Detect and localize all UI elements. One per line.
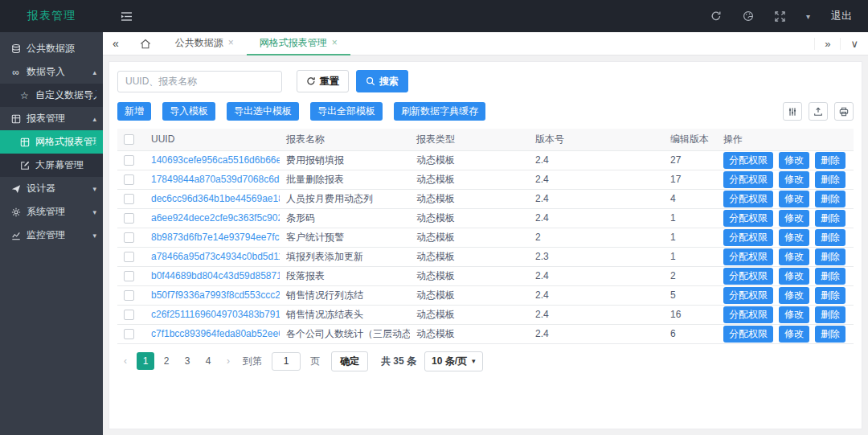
assign-permission-button[interactable]: 分配权限	[723, 326, 773, 343]
page-size-select[interactable]: 10 条/页 ▾	[424, 351, 483, 371]
column-filter-icon[interactable]	[783, 102, 802, 121]
search-input[interactable]	[117, 71, 282, 92]
select-all-checkbox[interactable]	[124, 134, 134, 145]
delete-button[interactable]: 删除	[815, 191, 845, 207]
goto-page-input[interactable]	[272, 352, 301, 371]
tab-label: 网格式报表管理	[260, 36, 327, 50]
page-button-3[interactable]: 3	[178, 352, 196, 370]
assign-permission-button[interactable]: 分配权限	[723, 152, 773, 169]
page-button-1[interactable]: 1	[137, 352, 154, 370]
assign-permission-button[interactable]: 分配权限	[723, 248, 773, 265]
delete-button[interactable]: 删除	[815, 229, 845, 246]
delete-button[interactable]: 删除	[815, 248, 845, 265]
row-checkbox[interactable]	[124, 271, 134, 281]
uuid-link[interactable]: b50f7f9336a7993f8cd553ccc22...	[151, 289, 280, 301]
row-checkbox[interactable]	[124, 310, 134, 320]
edit-button[interactable]: 修改	[779, 248, 809, 265]
row-checkbox[interactable]	[124, 155, 134, 166]
sidebar-item-report-management[interactable]: 报表管理 ▴	[0, 107, 103, 130]
fullscreen-icon[interactable]	[775, 11, 785, 22]
tabs-scroll-left-icon[interactable]: «	[103, 37, 129, 50]
export-all-button[interactable]: 导出全部模板	[310, 102, 383, 121]
edit-button[interactable]: 修改	[779, 306, 809, 323]
refresh-dict-cache-button[interactable]: 刷新数据字典缓存	[394, 102, 485, 121]
edit-button[interactable]: 修改	[779, 171, 809, 188]
edit-button[interactable]: 修改	[779, 268, 809, 285]
sidebar-item-monitor-management[interactable]: 监控管理 ▾	[0, 224, 103, 247]
row-checkbox[interactable]	[124, 213, 134, 224]
edit-button[interactable]: 修改	[779, 326, 809, 343]
logout-button[interactable]: 退出	[831, 9, 852, 23]
close-icon[interactable]: ×	[228, 37, 234, 48]
sidebar-item-designer[interactable]: 设计器 ▾	[0, 177, 103, 200]
user-menu-caret-icon[interactable]: ▾	[806, 12, 810, 21]
export-selected-button[interactable]: 导出选中模板	[227, 102, 299, 121]
assign-permission-button[interactable]: 分配权限	[723, 287, 773, 304]
reset-button[interactable]: 重置	[297, 70, 349, 92]
tabs-menu-icon[interactable]: ∨	[840, 38, 868, 50]
page-button-2[interactable]: 2	[158, 352, 175, 370]
row-checkbox[interactable]	[124, 290, 134, 301]
edit-button[interactable]: 修改	[779, 287, 809, 304]
edit-button[interactable]: 修改	[779, 191, 809, 207]
delete-button[interactable]: 删除	[815, 210, 845, 227]
sidebar-item-system-management[interactable]: 系统管理 ▾	[0, 200, 103, 224]
import-template-button[interactable]: 导入模板	[162, 102, 215, 121]
edit-version: 17	[664, 170, 717, 189]
assign-permission-button[interactable]: 分配权限	[723, 306, 773, 323]
home-icon[interactable]	[129, 39, 162, 49]
uuid-link[interactable]: c7f1bcc893964feda80ab52ee0...	[151, 328, 280, 339]
uuid-link[interactable]: 140693cefe956ca5516d6b66e2...	[151, 154, 280, 166]
delete-button[interactable]: 删除	[815, 268, 845, 285]
close-icon[interactable]: ×	[332, 37, 338, 48]
sidebar-item-custom-data-import[interactable]: ☆ 自定义数据导入	[0, 84, 103, 107]
assign-permission-button[interactable]: 分配权限	[723, 171, 773, 188]
edit-button[interactable]: 修改	[779, 210, 809, 227]
menu-fold-icon[interactable]	[121, 11, 133, 22]
uuid-link[interactable]: a6ee924dece2cfe9c363f5c902...	[151, 212, 280, 224]
uuid-link[interactable]: 17849844a870a539d7068c6d3...	[151, 174, 280, 185]
edit-button[interactable]: 修改	[779, 229, 809, 246]
edit-button[interactable]: 修改	[779, 152, 809, 169]
uuid-link[interactable]: b0f44689bd804c43d59d85871a...	[151, 270, 280, 281]
add-button[interactable]: 新增	[117, 102, 151, 121]
sidebar-item-public-datasource[interactable]: 公共数据源	[0, 37, 103, 60]
uuid-link[interactable]: a78466a95d73c4934c0bd5d11...	[151, 251, 280, 262]
col-edit-version: 编辑版本	[664, 129, 717, 150]
delete-button[interactable]: 删除	[815, 287, 845, 304]
assign-permission-button[interactable]: 分配权限	[723, 191, 773, 207]
delete-button[interactable]: 删除	[815, 152, 845, 169]
table-row: b50f7f9336a7993f8cd553ccc22... 销售情况行列冻结 …	[117, 285, 854, 305]
sidebar-item-data-import[interactable]: ∞ 数据导入 ▴	[0, 60, 103, 84]
report-type: 动态模板	[410, 305, 529, 324]
uuid-link[interactable]: 8b9873d6fb7e14e93794ee7fc1...	[151, 232, 280, 243]
confirm-page-button[interactable]: 确定	[331, 351, 368, 371]
sidebar-item-big-screen-management[interactable]: 大屏幕管理	[0, 154, 103, 177]
search-button[interactable]: 搜索	[356, 70, 408, 92]
row-checkbox[interactable]	[124, 232, 134, 243]
row-checkbox[interactable]	[124, 329, 134, 339]
page-button-4[interactable]: 4	[199, 352, 217, 370]
uuid-link[interactable]: dec6cc96d364b1be44569ae18...	[151, 193, 280, 204]
print-icon[interactable]	[834, 102, 854, 121]
tab-public-datasource[interactable]: 公共数据源 ×	[162, 32, 247, 55]
sidebar-item-grid-report-management[interactable]: 网格式报表管理	[0, 130, 103, 154]
next-page-icon[interactable]: ›	[220, 355, 236, 367]
prev-page-icon[interactable]: ‹	[117, 355, 133, 367]
refresh-icon[interactable]	[710, 10, 722, 22]
delete-button[interactable]: 删除	[815, 306, 845, 323]
delete-button[interactable]: 删除	[815, 326, 845, 343]
row-checkbox[interactable]	[124, 174, 134, 185]
assign-permission-button[interactable]: 分配权限	[723, 268, 773, 285]
delete-button[interactable]: 删除	[815, 171, 845, 188]
tab-grid-report-management[interactable]: 网格式报表管理 ×	[247, 32, 350, 55]
theme-icon[interactable]	[743, 10, 754, 22]
assign-permission-button[interactable]: 分配权限	[723, 229, 773, 246]
tabs-scroll-right-icon[interactable]: »	[814, 38, 840, 50]
export-icon[interactable]	[809, 102, 828, 121]
row-checkbox[interactable]	[124, 194, 134, 204]
assign-permission-button[interactable]: 分配权限	[723, 210, 773, 227]
uuid-link[interactable]: c26f25111696049703483b7915...	[151, 309, 280, 320]
row-checkbox[interactable]	[124, 252, 134, 262]
caret-up-icon: ▴	[92, 68, 96, 76]
